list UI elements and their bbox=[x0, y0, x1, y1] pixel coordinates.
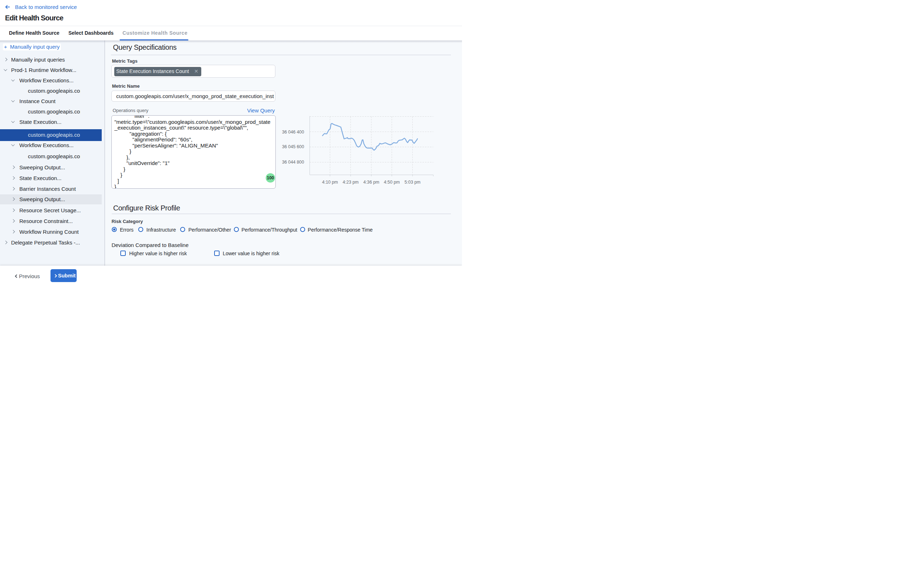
svg-text:4:50 pm: 4:50 pm bbox=[384, 180, 400, 185]
svg-text:4:10 pm: 4:10 pm bbox=[322, 180, 338, 185]
svg-text:5:03 pm: 5:03 pm bbox=[405, 180, 421, 185]
svg-text:4:36 pm: 4:36 pm bbox=[364, 180, 379, 185]
svg-text:4:23 pm: 4:23 pm bbox=[343, 180, 359, 185]
